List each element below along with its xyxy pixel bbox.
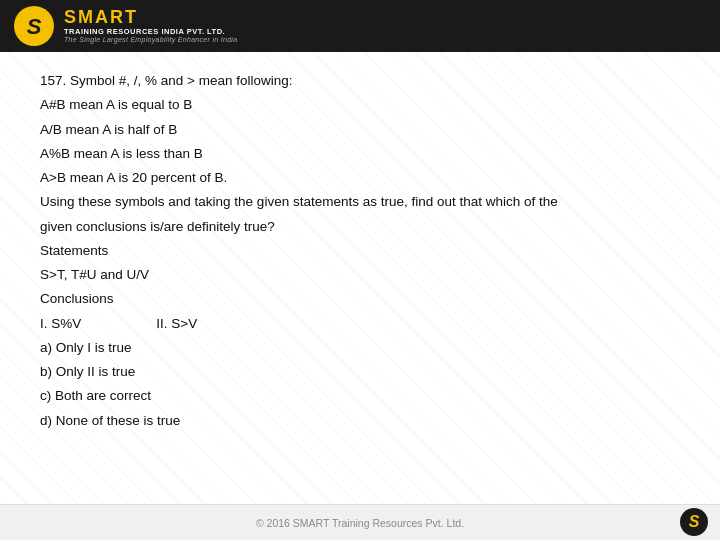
logo-sub2-label: The Single Largest Employability Enhance…	[64, 36, 237, 44]
option-c: c) Both are correct	[40, 385, 680, 407]
line-conclusions: I. S%V II. S>V	[40, 313, 680, 335]
logo-text: SMART TRAINING RESOURCES INDIA PVT. LTD.…	[64, 8, 237, 44]
line-statements: S>T, T#U and U/V	[40, 264, 680, 286]
question-content: 157. Symbol #, /, % and > mean following…	[40, 70, 680, 432]
svg-text:S: S	[27, 14, 42, 39]
line-statements-label: Statements	[40, 240, 680, 262]
content-area: 157. Symbol #, /, % and > mean following…	[0, 52, 720, 504]
footer-logo: S	[680, 508, 708, 536]
line-1: A#B mean A is equal to B	[40, 94, 680, 116]
option-b: b) Only II is true	[40, 361, 680, 383]
question-number: 157.	[40, 73, 70, 88]
line-6: given conclusions is/are definitely true…	[40, 216, 680, 238]
footer-logo-s: S	[689, 513, 700, 531]
option-a: a) Only I is true	[40, 337, 680, 359]
option-d: d) None of these is true	[40, 410, 680, 432]
question-title: 157. Symbol #, /, % and > mean following…	[40, 70, 680, 92]
line-4: A>B mean A is 20 percent of B.	[40, 167, 680, 189]
logo-area: S SMART TRAINING RESOURCES INDIA PVT. LT…	[12, 4, 237, 48]
line-3: A%B mean A is less than B	[40, 143, 680, 165]
header: S SMART TRAINING RESOURCES INDIA PVT. LT…	[0, 0, 720, 52]
logo-sub1-label: TRAINING RESOURCES INDIA PVT. LTD.	[64, 28, 237, 36]
line-conclusions-label: Conclusions	[40, 288, 680, 310]
line-5: Using these symbols and taking the given…	[40, 191, 680, 213]
footer: © 2016 SMART Training Resources Pvt. Ltd…	[0, 504, 720, 540]
line-2: A/B mean A is half of B	[40, 119, 680, 141]
footer-copyright: © 2016 SMART Training Resources Pvt. Ltd…	[256, 517, 464, 529]
question-title-text: Symbol #, /, % and > mean following:	[70, 73, 293, 88]
smart-logo-icon: S	[12, 4, 56, 48]
logo-smart-label: SMART	[64, 8, 237, 28]
